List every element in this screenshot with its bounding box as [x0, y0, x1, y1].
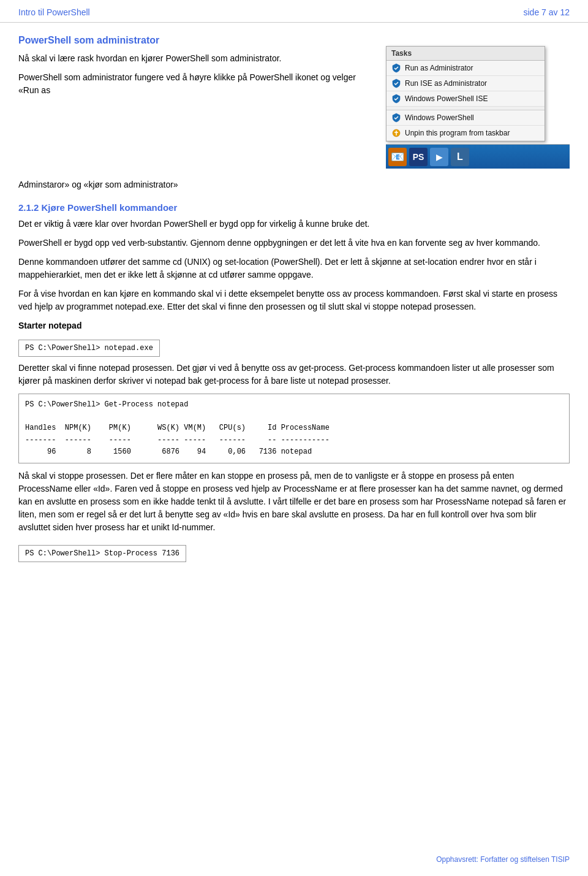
- section-heading-admin: PowerShell som administrator: [18, 35, 570, 46]
- page-footer: Opphavsrett: Forfatter og stiftelsen TIS…: [436, 855, 570, 864]
- context-menu-window: Tasks Run as Administrator Run ISE as Ad…: [386, 46, 545, 142]
- code-block-1: PS C:\PowerShell> notepad.exe: [18, 340, 160, 357]
- context-menu-section-label: Tasks: [386, 47, 545, 61]
- section-2-heading: 2.1.2 Kjøre PowerShell kommandoer: [18, 202, 570, 213]
- intro-para1: Nå skal vi lære rask hvordan en kjører P…: [18, 52, 374, 65]
- footer-text: Opphavsrett: Forfatter og stiftelsen TIS…: [436, 855, 570, 864]
- taskbar-icon-arrow: ▶: [430, 148, 448, 166]
- page-header: Intro til PowerShell side 7 av 12: [0, 0, 588, 23]
- context-item-label-ps-ise: Windows PowerShell ISE: [405, 94, 488, 103]
- context-item-run-admin[interactable]: Run as Administrator: [386, 61, 545, 76]
- taskbar-icon-ps: PS: [409, 148, 428, 166]
- intro-para3: Adminstaror» og «kjør som administrator»: [18, 178, 570, 191]
- shield-icon-1: [391, 63, 401, 73]
- context-menu-screenshot: Tasks Run as Administrator Run ISE as Ad…: [386, 46, 570, 169]
- section2-p3: Denne kommandoen utfører det samme cd (U…: [18, 256, 570, 281]
- section2-p2: PowerShell er bygd opp ved verb-substant…: [18, 237, 570, 249]
- shield-icon-3: [391, 94, 401, 104]
- taskbar-area: 📧 PS ▶ L: [386, 144, 570, 169]
- shield-icon-4: [391, 113, 401, 123]
- context-item-label-run-ise-admin: Run ISE as Administrator: [405, 79, 487, 88]
- pin-icon: [391, 128, 401, 138]
- taskbar-icon-l: L: [451, 148, 469, 166]
- context-item-run-ise-admin[interactable]: Run ISE as Administrator: [386, 76, 545, 91]
- context-item-ps[interactable]: Windows PowerShell: [386, 110, 545, 126]
- intro-para2: PowerShell som administrator fungere ved…: [18, 71, 374, 97]
- context-item-label-ps: Windows PowerShell: [405, 113, 474, 122]
- code-block-2: PS C:\PowerShell> Get-Process notepad Ha…: [18, 394, 570, 463]
- code-block-3: PS C:\PowerShell> Stop-Process 7136: [18, 545, 186, 562]
- section2-p5: Deretter skal vi finne notepad prosessen…: [18, 362, 570, 387]
- section2-p6: Nå skal vi stoppe prosessen. Det er fler…: [18, 470, 570, 534]
- context-item-label-unpin: Unpin this program from taskbar: [405, 129, 510, 137]
- main-content: PowerShell som administrator Nå skal vi …: [0, 35, 588, 604]
- context-item-unpin[interactable]: Unpin this program from taskbar: [386, 126, 545, 141]
- context-item-label-run-admin: Run as Administrator: [405, 64, 473, 72]
- intro-text: Nå skal vi lære rask hvordan en kjører P…: [18, 52, 374, 169]
- page-number: side 7 av 12: [524, 7, 570, 17]
- context-item-ps-ise[interactable]: Windows PowerShell ISE: [386, 91, 545, 107]
- document-title: Intro til PowerShell: [18, 7, 90, 17]
- intro-layout: Nå skal vi lære rask hvordan en kjører P…: [18, 52, 570, 169]
- shield-icon-2: [391, 78, 401, 88]
- section2-p4: For å vise hvordan en kan kjøre en komma…: [18, 288, 570, 313]
- section2-p1: Det er viktig å være klar over hvordan P…: [18, 218, 570, 230]
- starter-notepad-label: Starter notepad: [18, 319, 570, 332]
- taskbar-icon-outlook: 📧: [388, 148, 407, 166]
